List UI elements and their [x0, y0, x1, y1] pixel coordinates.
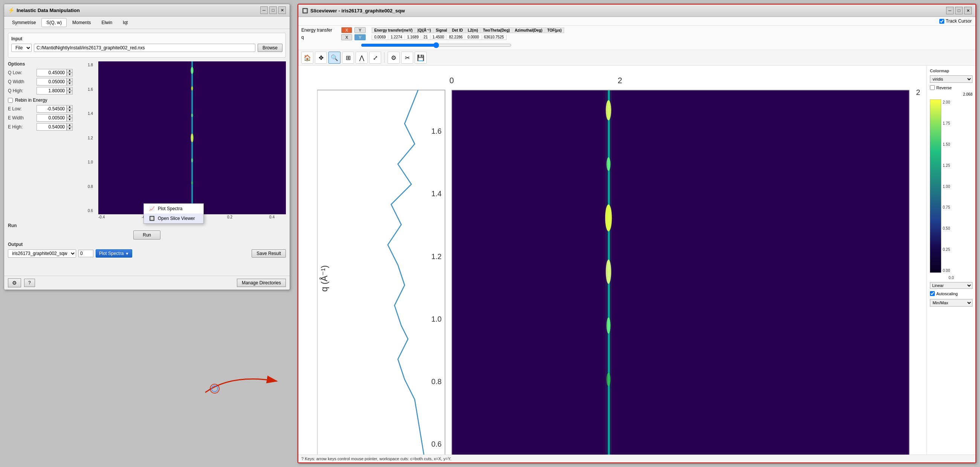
- file-row: File Browse: [11, 44, 283, 52]
- output-num-input[interactable]: [78, 250, 94, 257]
- q-low-input[interactable]: [37, 69, 67, 76]
- settings-tool-button[interactable]: ⚙: [388, 52, 399, 64]
- data-values-row: 0.0069 1.2274 1.1689 21 1.4500 82.2286 0…: [372, 35, 507, 40]
- e-width-input[interactable]: [37, 114, 67, 122]
- q-high-input[interactable]: [37, 87, 67, 95]
- maximize-button[interactable]: □: [269, 6, 277, 14]
- dh-q: |Q|(Å⁻¹): [415, 28, 433, 33]
- linear-select[interactable]: Linear: [930, 282, 972, 289]
- dh-twotheta: TwoTheta(Deg): [480, 28, 512, 33]
- grid-button[interactable]: ⊞: [342, 52, 354, 64]
- line-button[interactable]: ⋀: [356, 52, 368, 64]
- tab-iqt[interactable]: Iqt: [118, 18, 132, 27]
- tab-elwin[interactable]: Elwin: [96, 18, 117, 27]
- e-high-input[interactable]: [37, 123, 67, 131]
- minimize-button[interactable]: ─: [260, 6, 268, 14]
- pan-button[interactable]: ✥: [315, 52, 327, 64]
- axis2-x-button[interactable]: X: [341, 34, 352, 40]
- e-low-up[interactable]: ▲: [67, 105, 73, 109]
- slider-row: [301, 42, 972, 48]
- reverse-checkbox[interactable]: [930, 85, 935, 90]
- dh-signal: Signal: [433, 28, 450, 33]
- toolbar: 🏠 ✥ 🔍 ⊞ ⋀ ⤢ ⚙ ✂ 💾: [298, 50, 975, 65]
- options-controls: Options Q Low: ▲ ▼ Q Width: [8, 61, 83, 219]
- bottom-bar: ⚙ ? Manage Directories: [4, 276, 290, 290]
- dropdown-open-slice-viewer-label: Open Slice Viewer: [158, 216, 195, 221]
- e-high-up[interactable]: ▲: [67, 123, 73, 127]
- e-low-label: E Low:: [8, 106, 34, 111]
- svg-point-10: [210, 384, 219, 393]
- q-high-spinner: ▲ ▼: [37, 87, 73, 95]
- q-width-label: Q Width: [8, 79, 34, 84]
- info-bar: Energy transfer X Y Energy transfer(meV)…: [298, 25, 975, 50]
- save-tool-button[interactable]: 💾: [415, 52, 427, 64]
- e-low-down[interactable]: ▼: [67, 109, 73, 113]
- output-name-select[interactable]: iris26173_graphite002_sqw: [8, 249, 76, 257]
- run-button[interactable]: Run: [133, 230, 161, 240]
- right-close-button[interactable]: ✕: [964, 7, 972, 14]
- q-low-row: Q Low: ▲ ▼: [8, 69, 83, 76]
- settings-button[interactable]: ⚙: [8, 278, 21, 288]
- run-label: Run: [8, 223, 286, 228]
- autoscale-checkbox[interactable]: [930, 291, 935, 296]
- svg-rect-16: [452, 90, 909, 454]
- dh-azimuthal: Azimuthal(Deg): [512, 28, 545, 33]
- roi-button[interactable]: ⤢: [369, 52, 381, 64]
- ctick-075: 0.75: [943, 205, 950, 210]
- minmax-select[interactable]: Min/Max: [930, 299, 972, 307]
- dv-signal: 1.1689: [405, 35, 422, 40]
- e-width-up[interactable]: ▲: [67, 114, 73, 118]
- tab-sqw[interactable]: S(Q, w): [41, 18, 67, 27]
- y-tick-10: 1.0: [88, 160, 97, 164]
- dropdown-item-open-slice-viewer[interactable]: 🔲 Open Slice Viewer: [144, 214, 204, 223]
- zoom-button[interactable]: 🔍: [328, 52, 340, 64]
- q-width-up[interactable]: ▲: [67, 78, 73, 82]
- home-button[interactable]: 🏠: [301, 52, 313, 64]
- axis-row-1: Energy transfer X Y Energy transfer(meV)…: [301, 27, 972, 33]
- save-result-button[interactable]: Save Result: [251, 249, 286, 257]
- axis1-y-button[interactable]: Y: [355, 27, 365, 33]
- manage-directories-button[interactable]: Manage Directories: [237, 279, 286, 287]
- e-low-input[interactable]: [37, 105, 67, 113]
- file-type-select[interactable]: File: [11, 44, 32, 52]
- main-plot-wrapper: 0 2: [298, 65, 926, 454]
- ctick-025: 0.25: [943, 248, 950, 252]
- dv-q: 1.2274: [388, 35, 405, 40]
- run-center: Run: [8, 230, 286, 240]
- help-button[interactable]: ?: [24, 279, 35, 287]
- dropdown-item-plot-spectra[interactable]: 📈 Plot Spectra: [144, 204, 204, 214]
- right-maximize-button[interactable]: □: [955, 7, 963, 14]
- e-high-down[interactable]: ▼: [67, 127, 73, 131]
- reverse-row: Reverse: [930, 85, 972, 90]
- colormap-panel: Colormap viridis Reverse 2.068: [926, 65, 975, 454]
- right-minimize-button[interactable]: ─: [946, 7, 954, 14]
- q-low-down[interactable]: ▼: [67, 73, 73, 76]
- plot-spectra-button[interactable]: Plot Spectra ▼: [95, 249, 132, 257]
- q-low-up[interactable]: ▲: [67, 69, 73, 73]
- q-width-down[interactable]: ▼: [67, 82, 73, 86]
- linear-row: Linear: [930, 282, 972, 289]
- svg-rect-24: [605, 90, 612, 454]
- e-width-down[interactable]: ▼: [67, 118, 73, 122]
- tab-moments[interactable]: Moments: [67, 18, 95, 27]
- cut-button[interactable]: ✂: [401, 52, 413, 64]
- axis-slider[interactable]: [361, 42, 511, 48]
- q-width-input[interactable]: [37, 78, 67, 86]
- dv-twotheta: 82.2286: [447, 35, 465, 40]
- axis1-x-button[interactable]: X: [341, 27, 352, 33]
- q-high-up[interactable]: ▲: [67, 87, 73, 91]
- ctick-125: 1.25: [943, 164, 950, 168]
- colormap-select[interactable]: viridis: [930, 75, 972, 83]
- browse-button[interactable]: Browse: [258, 44, 283, 52]
- close-button[interactable]: ✕: [278, 6, 286, 14]
- q-high-down[interactable]: ▼: [67, 91, 73, 95]
- axis2-y-button[interactable]: Y: [355, 34, 365, 40]
- colormap-ticks: 2.00 1.75 1.50 1.25 1.00 0.75 0.50 0.25 …: [943, 99, 950, 273]
- rebin-energy-checkbox[interactable]: [8, 98, 13, 103]
- file-path-input[interactable]: [34, 44, 255, 52]
- left-window-controls: ─ □ ✕: [260, 6, 286, 14]
- dropdown-plot-spectra-label: Plot Spectra: [158, 206, 182, 211]
- track-cursor-checkbox[interactable]: [939, 19, 944, 24]
- ctick-175: 1.75: [943, 121, 950, 125]
- tab-symmetrise[interactable]: Symmetrise: [7, 18, 41, 27]
